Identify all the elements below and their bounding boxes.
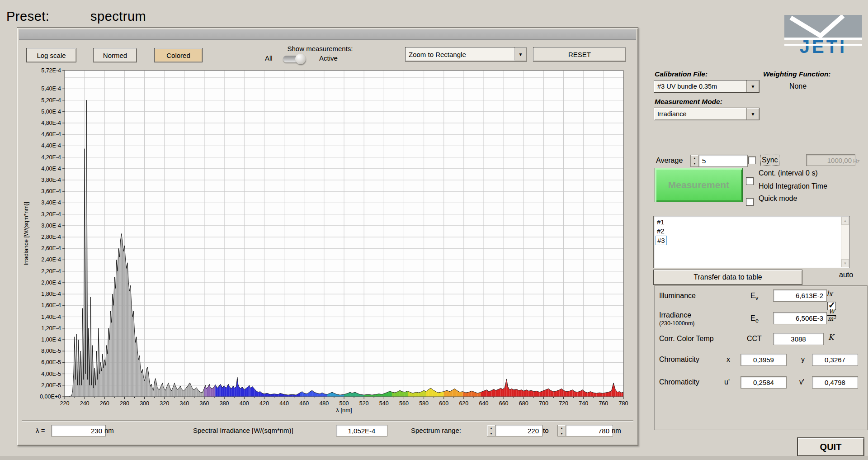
svg-text:740: 740 xyxy=(579,400,588,407)
svg-text:300: 300 xyxy=(140,400,149,407)
list-item-selected[interactable]: #3 xyxy=(656,236,667,245)
svg-text:440: 440 xyxy=(279,400,289,407)
cont-interval-label: Cont. (interval 0 s) xyxy=(759,169,818,177)
svg-text:600: 600 xyxy=(439,400,448,407)
range-to-stepper[interactable]: ▲ ▼ xyxy=(557,425,566,436)
average-stepper[interactable]: ▲ ▼ xyxy=(690,155,699,167)
spectral-irradiance-value: 1,052E-4 xyxy=(336,425,387,436)
measurement-button-label: Measurement xyxy=(668,180,729,190)
spectrum-chart-svg: 5,72E-45,40E-45,20E-45,00E-44,80E-44,60E… xyxy=(28,62,633,419)
scroll-down-icon[interactable]: ▼ xyxy=(841,259,849,267)
colored-label: Colored xyxy=(166,52,190,59)
measurement-button[interactable]: Measurement xyxy=(655,168,743,202)
svg-text:3,40E-4: 3,40E-4 xyxy=(41,199,61,206)
spinner-up-icon[interactable]: ▲ xyxy=(487,425,495,431)
y-axis-title: Irradiance [W/(sqm*nm)] xyxy=(23,202,29,266)
cont-interval-checkbox[interactable] xyxy=(746,177,754,185)
quit-button[interactable]: QUIT xyxy=(797,437,864,456)
svg-text:1,00E-4: 1,00E-4 xyxy=(41,337,61,343)
svg-text:320: 320 xyxy=(160,400,169,407)
measurement-mode-value: Irradiance xyxy=(654,110,746,118)
colored-button[interactable]: Colored xyxy=(154,48,203,62)
irradiance-value-text: 6,506E-3 xyxy=(796,314,823,322)
y-axis-title-wrap: Irradiance [W/(sqm*nm)] xyxy=(21,136,30,331)
sync-frequency-value: 1000,00 xyxy=(827,156,852,164)
spectrum-chart[interactable]: 5,72E-45,40E-45,20E-45,00E-44,80E-44,60E… xyxy=(28,62,633,419)
spinner-up-icon[interactable]: ▲ xyxy=(558,425,566,431)
svg-text:2,00E-5: 2,00E-5 xyxy=(41,382,61,389)
chevron-down-icon[interactable]: ▼ xyxy=(514,47,527,61)
calibration-file-value: #3 UV bundle 0.35m xyxy=(654,83,746,90)
irradiance-value: 6,506E-3 xyxy=(773,312,827,324)
quick-mode-label: Quick mode xyxy=(759,194,797,203)
measurement-list[interactable]: #1 #2 #3 ▲ ▼ xyxy=(653,216,850,268)
ev-sym: E xyxy=(750,292,755,299)
svg-text:780: 780 xyxy=(619,400,628,407)
log-scale-label: Log scale xyxy=(37,52,66,59)
zoom-mode-dropdown[interactable]: Zoom to Rectangle ▼ xyxy=(405,47,527,62)
svg-text:8,00E-5: 8,00E-5 xyxy=(41,348,61,354)
measurement-mode-dropdown[interactable]: Irradiance ▼ xyxy=(654,108,760,120)
irradiance-sublabel: (230-1000nm) xyxy=(659,320,695,327)
svg-text:260: 260 xyxy=(100,400,109,407)
spinner-down-icon[interactable]: ▼ xyxy=(691,161,698,167)
spinner-up-icon[interactable]: ▲ xyxy=(691,155,698,161)
svg-text:500: 500 xyxy=(340,400,349,407)
cct-label: Corr. Color Temp xyxy=(659,335,714,343)
svg-text:240: 240 xyxy=(80,400,90,407)
illuminance-unit: lx xyxy=(826,289,833,298)
svg-text:400: 400 xyxy=(240,400,249,407)
reset-button[interactable]: RESET xyxy=(533,47,626,62)
chevron-down-icon[interactable]: ▼ xyxy=(746,108,759,120)
svg-text:3,00E-4: 3,00E-4 xyxy=(41,223,61,229)
transfer-data-label: Transfer data to table xyxy=(693,273,762,281)
range-from-input[interactable]: 220 xyxy=(495,425,542,436)
sync-label: Sync xyxy=(762,156,778,164)
list-item[interactable]: #1 xyxy=(656,218,666,226)
spinner-down-icon[interactable]: ▼ xyxy=(558,431,566,436)
svg-text:640: 640 xyxy=(479,400,489,407)
quit-label: QUIT xyxy=(820,442,842,452)
svg-text:3,80E-4: 3,80E-4 xyxy=(41,177,61,183)
svg-text:1,20E-4: 1,20E-4 xyxy=(41,325,61,332)
x-symbol: x xyxy=(726,356,730,364)
spinner-down-icon[interactable]: ▼ xyxy=(487,431,495,436)
v-symbol: v' xyxy=(799,378,804,386)
svg-text:6,00E-5: 6,00E-5 xyxy=(41,359,61,365)
average-input[interactable]: 5 xyxy=(698,155,748,167)
svg-text:360: 360 xyxy=(200,400,209,407)
log-scale-button[interactable]: Log scale xyxy=(26,48,76,62)
svg-text:1,40E-4: 1,40E-4 xyxy=(41,314,61,320)
svg-text:5,72E-4: 5,72E-4 xyxy=(41,67,61,74)
range-from-stepper[interactable]: ▲ ▼ xyxy=(487,425,495,436)
list-scrollbar[interactable]: ▲ ▼ xyxy=(841,217,849,267)
active-label: Active xyxy=(319,54,338,62)
svg-text:280: 280 xyxy=(120,400,129,407)
cct-unit: K xyxy=(828,333,834,341)
svg-text:620: 620 xyxy=(459,400,468,407)
calibration-file-dropdown[interactable]: #3 UV bundle 0.35m ▼ xyxy=(654,80,760,93)
transfer-data-button[interactable]: Transfer data to table xyxy=(653,270,802,285)
chevron-down-icon[interactable]: ▼ xyxy=(746,81,759,92)
svg-text:460: 460 xyxy=(299,400,309,407)
svg-text:2,20E-4: 2,20E-4 xyxy=(41,268,61,275)
hold-integration-checkbox[interactable] xyxy=(746,198,754,206)
lambda-input[interactable]: 230 xyxy=(51,425,106,436)
list-item[interactable]: #2 xyxy=(656,227,666,235)
svg-text:0,00E+0: 0,00E+0 xyxy=(40,394,61,400)
weighting-function-value: None xyxy=(769,82,827,90)
scroll-up-icon[interactable]: ▲ xyxy=(841,217,849,225)
ee-sub: e xyxy=(755,317,759,324)
calibration-file-label: Calibration File: xyxy=(655,70,708,78)
sync-checkbox[interactable] xyxy=(748,156,756,164)
ee-sym: E xyxy=(750,314,755,322)
irradiance-unit: W m² xyxy=(827,308,836,322)
svg-text:420: 420 xyxy=(259,400,269,407)
range-to-input[interactable]: 780 xyxy=(566,425,613,436)
range-to-value: 780 xyxy=(598,427,609,435)
irradiance-unit-den: m² xyxy=(828,316,836,322)
app-window: Preset: spectrum Log scale Normed Colore… xyxy=(0,0,868,460)
illuminance-value: 6,613E-2 xyxy=(773,289,827,302)
svg-text:480: 480 xyxy=(319,400,329,407)
normed-button[interactable]: Normed xyxy=(93,48,137,62)
